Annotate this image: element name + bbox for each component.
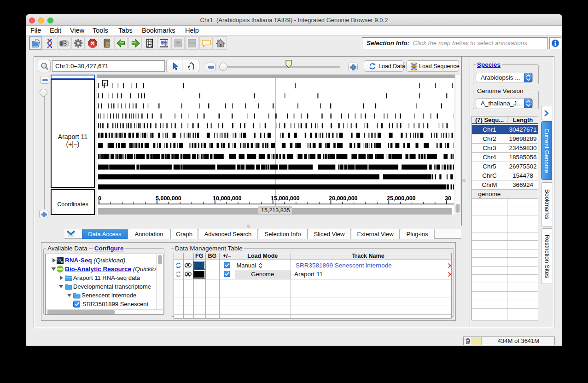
svg-text:20,000,000: 20,000,000 — [329, 195, 358, 202]
svg-text:25,000,000: 25,000,000 — [387, 195, 416, 202]
svg-text:B: B — [61, 261, 63, 263]
svg-text:15,000,000: 15,000,000 — [271, 195, 300, 202]
svg-text:10,000,000: 10,000,000 — [213, 195, 242, 202]
svg-text:15,213,835: 15,213,835 — [261, 207, 290, 214]
svg-text:5,000,000: 5,000,000 — [156, 195, 181, 202]
svg-text:I: I — [57, 258, 58, 261]
svg-text:0: 0 — [98, 195, 101, 202]
svg-text:30: 30 — [445, 195, 451, 202]
